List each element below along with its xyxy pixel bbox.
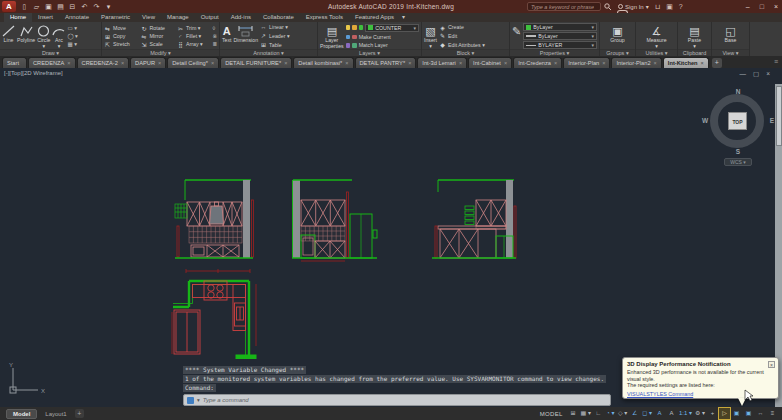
- new-layout-button[interactable]: +: [75, 409, 84, 418]
- modify-tool[interactable]: ◜ Fillet ▾: [177, 33, 210, 40]
- store-icon[interactable]: ⊔: [655, 0, 660, 13]
- explode-icon[interactable]: ※: [212, 33, 217, 40]
- command-input[interactable]: ▾ Type a command: [183, 394, 611, 406]
- object-color-dropdown[interactable]: ByLayer ▾: [523, 23, 597, 31]
- modify-tool[interactable]: ⇋ Mirror: [140, 33, 173, 40]
- panel-label-annotation[interactable]: Annotation ▾: [220, 49, 317, 56]
- ribbon-tab[interactable]: Featured Apps: [349, 13, 400, 22]
- match-layer-button[interactable]: Match Layer: [346, 42, 419, 48]
- scrollbar-thumb[interactable]: [776, 86, 782, 146]
- minimize-window-icon[interactable]: –: [746, 0, 750, 13]
- viewcube-south[interactable]: S: [706, 148, 770, 155]
- group-button[interactable]: ▣ Group: [610, 23, 624, 49]
- modify-tool[interactable]: ⣿ Array ▾: [177, 41, 210, 48]
- panel-label-clipboard[interactable]: Clipboard: [678, 49, 711, 56]
- close-tab-icon[interactable]: ×: [284, 60, 287, 66]
- block-tool[interactable]: ◆ Edit Attributes ▾: [439, 41, 507, 48]
- object-snap-icon[interactable]: ◻ ▾: [641, 408, 653, 419]
- ribbon-tab[interactable]: Insert: [32, 13, 59, 22]
- file-tab[interactable]: Int-Kitchen ×: [663, 57, 709, 68]
- block-tool[interactable]: ✎ Edit: [439, 32, 507, 39]
- base-view-button[interactable]: ◱ Base: [725, 23, 737, 49]
- file-tab[interactable]: DAPUR ×: [130, 57, 166, 68]
- new-drawing-tab-button[interactable]: +: [712, 58, 722, 68]
- file-tab[interactable]: Start: [2, 57, 27, 68]
- ribbon-tab[interactable]: Collaborate: [257, 13, 300, 22]
- close-tab-icon[interactable]: ×: [459, 60, 462, 66]
- close-tab-icon[interactable]: ×: [701, 60, 704, 66]
- tray-icon-1[interactable]: ▣: [731, 408, 742, 419]
- circle-tool[interactable]: Circle ▾: [37, 23, 50, 49]
- ribbon-display-toggle-icon[interactable]: ▾: [398, 13, 409, 22]
- ribbon-tab[interactable]: Express Tools: [300, 13, 349, 22]
- block-tool[interactable]: ◈ Create: [439, 24, 507, 31]
- model-space-label[interactable]: MODEL: [540, 411, 563, 417]
- customization-icon[interactable]: ≡: [767, 408, 778, 419]
- ribbon-tab[interactable]: Add-ins: [225, 13, 257, 22]
- file-tab[interactable]: Detail kombinasi* ×: [293, 57, 353, 68]
- file-tab[interactable]: Int-Cabinet ×: [468, 57, 512, 68]
- insert-block-button[interactable]: ▧ Insert ▾: [424, 23, 437, 49]
- annotation-monitor-icon[interactable]: +: [707, 408, 718, 419]
- help-search-input[interactable]: Type a keyword or phrase: [527, 2, 601, 11]
- viewcube[interactable]: N S W E TOP WCS ▾: [706, 88, 770, 166]
- ellipse-icon[interactable]: ◯ ▾: [67, 33, 77, 40]
- file-tab[interactable]: Interior-Plan ×: [563, 57, 610, 68]
- sign-in-button[interactable]: Sign In ▾: [618, 3, 649, 10]
- dimension-tool[interactable]: Dimension: [234, 23, 259, 49]
- layer-state-icons[interactable]: [346, 25, 364, 30]
- arc-tool[interactable]: Arc ▾: [52, 23, 65, 49]
- layer-dropdown[interactable]: COUNTER ▾: [365, 24, 419, 32]
- measure-button[interactable]: ∡ Measure ▾: [646, 23, 666, 49]
- ribbon-tab[interactable]: Output: [195, 13, 225, 22]
- close-tab-icon[interactable]: ×: [345, 60, 348, 66]
- match-properties-button[interactable]: ✎: [512, 23, 521, 49]
- modify-tool[interactable]: ⊞ Copy: [104, 33, 137, 40]
- ribbon-tab[interactable]: Home: [4, 13, 32, 22]
- polar-tracking-icon[interactable]: ◔ ▾: [605, 408, 616, 419]
- lineweight-dropdown[interactable]: ByLayer ▾: [523, 32, 597, 40]
- paste-button[interactable]: ▤ Paste ▾: [688, 23, 701, 49]
- layer-properties-button[interactable]: ▤ Layer Properties: [320, 23, 344, 49]
- close-tab-icon[interactable]: ×: [121, 60, 124, 66]
- graphics-performance-icon[interactable]: ▷: [719, 408, 730, 419]
- file-tab[interactable]: CREDENZA-2 ×: [77, 57, 130, 68]
- viewcube-top-face[interactable]: TOP: [728, 112, 747, 130]
- annotation-visibility-icon[interactable]: A: [654, 408, 665, 419]
- modify-tool[interactable]: ⇲ Scale: [140, 41, 173, 48]
- polyline-tool[interactable]: Polyline: [17, 23, 35, 49]
- modify-tool[interactable]: ⇆ Move: [104, 25, 137, 32]
- modify-tool[interactable]: ↻ Rotate: [140, 25, 173, 32]
- offset-icon[interactable]: ≣: [212, 41, 217, 48]
- ribbon-tab[interactable]: Manage: [161, 13, 195, 22]
- ribbon-tab[interactable]: Parametric: [95, 13, 136, 22]
- panel-label-utilities[interactable]: Utilities ▾: [636, 49, 677, 56]
- wcs-dropdown[interactable]: WCS ▾: [724, 158, 752, 166]
- panel-label-draw[interactable]: Draw ▾: [0, 49, 101, 56]
- annotation-tool[interactable]: ↔ Linear ▾: [260, 24, 315, 30]
- chevron-down-icon[interactable]: ▾: [197, 397, 200, 403]
- close-tab-icon[interactable]: ×: [654, 60, 657, 66]
- file-tab[interactable]: DETAIL PANTRY* ×: [355, 57, 417, 68]
- panel-label-groups[interactable]: Groups ▾: [600, 49, 635, 56]
- object-snap-tracking-icon[interactable]: ∠: [629, 408, 640, 419]
- drawing-canvas[interactable]: [-][Top][2D Wireframe] — ▢ ×: [0, 68, 782, 407]
- linetype-dropdown[interactable]: BYLAYER ▾: [523, 41, 597, 49]
- close-tab-icon[interactable]: ×: [408, 60, 411, 66]
- panel-label-block[interactable]: Block ▾: [422, 49, 509, 56]
- modify-tool[interactable]: ✂ Trim ▾: [177, 25, 210, 32]
- close-window-icon[interactable]: ×: [774, 0, 778, 13]
- help-icon[interactable]: ?: [679, 0, 683, 13]
- line-tool[interactable]: Line: [2, 23, 15, 49]
- file-tab[interactable]: DETAIL FURNITURE* ×: [220, 57, 292, 68]
- file-tab[interactable]: Int-3d Lemari ×: [417, 57, 467, 68]
- isodraft-icon[interactable]: ◇ ▾: [617, 408, 628, 419]
- ribbon-tab[interactable]: View: [136, 13, 161, 22]
- close-tab-icon[interactable]: ×: [158, 60, 161, 66]
- model-tab[interactable]: Model: [6, 409, 37, 419]
- file-tab[interactable]: Int-Credenza ×: [513, 57, 562, 68]
- close-tab-icon[interactable]: ×: [211, 60, 214, 66]
- annotation-tool[interactable]: ↗ Leader ▾: [260, 32, 315, 39]
- search-icon[interactable]: [604, 3, 612, 11]
- tray-icon-2[interactable]: ▣: [743, 408, 754, 419]
